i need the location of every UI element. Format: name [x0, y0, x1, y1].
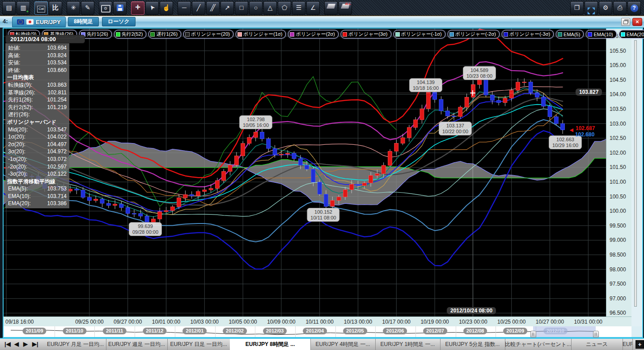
ray-line-button[interactable]: ↗	[220, 1, 234, 15]
pentagon-button[interactable]: ⬠	[278, 1, 291, 15]
chart-type-button[interactable]: ローソク	[102, 17, 136, 26]
timeline-month[interactable]: 2012/01	[183, 328, 207, 334]
legend-item[interactable]: ボリンジャー(1σ)	[236, 30, 286, 38]
chart-tab[interactable]: 比較チャート(パーセント...	[505, 339, 572, 350]
save-button[interactable]	[113, 1, 127, 15]
legend-item[interactable]: EMA(10)	[586, 30, 616, 38]
timeline-month[interactable]: 2012/03	[263, 328, 287, 334]
horizontal-line-button[interactable]: ─	[178, 1, 191, 15]
pair-tab[interactable]: EUR/JPY	[12, 17, 66, 27]
fibonacci-icon: ☰	[296, 4, 302, 11]
timeline-navigator[interactable]: 2011/092011/102011/112011/122012/012012/…	[4, 326, 631, 337]
cursor-button[interactable]: ➤	[145, 1, 159, 15]
timeline-month[interactable]: 2012/04	[303, 328, 327, 334]
legend-color-chip	[395, 32, 400, 37]
trend-line-button[interactable]: ╱	[192, 1, 205, 15]
chart-tab[interactable]: EUR/JPY 1時間足 一...	[375, 339, 441, 350]
chart-tab[interactable]: ニュース	[571, 339, 623, 350]
chart-tab[interactable]: EUR/JPY 5分足 指数...	[440, 339, 505, 350]
add-chart-button[interactable]: ▥+	[17, 1, 30, 15]
legend-item[interactable]: ボリンジャー(-1σ)	[394, 30, 445, 38]
hand-button[interactable]: ☝	[160, 1, 173, 15]
legend-color-chip	[558, 32, 562, 37]
panel-row-label: 転換線(9):	[8, 81, 32, 89]
timeframe-button[interactable]: 8時間足	[68, 17, 99, 26]
chart-tab[interactable]: EUR/JPY 4時間足 一...	[310, 339, 376, 350]
time-tick-label: 10/27 00:00	[536, 319, 564, 325]
printer-button[interactable]: ⎙	[613, 1, 627, 15]
timeline-month[interactable]: 2012/09	[503, 328, 527, 334]
legend-item[interactable]: 遅行1(26)	[148, 30, 181, 38]
triangle-button[interactable]: △	[263, 1, 277, 15]
timeline-month[interactable]: 2011/10	[63, 328, 86, 334]
vertical-scrollbar[interactable]	[634, 40, 637, 307]
pencil-button[interactable]: ✎	[81, 1, 94, 15]
chart-tab[interactable]: EUR	[623, 339, 633, 350]
timeline-month[interactable]: 2012/06	[383, 328, 407, 334]
price-tick-label: 98.500	[610, 252, 626, 258]
eraser-all-button[interactable]: ALL	[339, 1, 352, 15]
legend-item[interactable]: 先行2(52)	[114, 30, 147, 38]
crosshair-price-label: 103.827	[576, 89, 602, 96]
legend-item[interactable]: ボリンジャー(20)	[183, 30, 233, 38]
technical-points-button[interactable]: ✳	[67, 1, 80, 15]
price-tick-label: 97.500	[610, 281, 626, 287]
legend-item[interactable]: EMA(20)	[619, 30, 644, 38]
timeline-selection[interactable]	[533, 326, 596, 337]
timeline-month[interactable]: 2012/02	[223, 328, 247, 334]
legend-label: ボリンジャー(20)	[191, 31, 230, 38]
restore-window-icon[interactable]	[621, 18, 630, 26]
chart-tab[interactable]: EUR/JPY 週足 一目均...	[106, 339, 168, 350]
timeline-month[interactable]: 2011/09	[22, 328, 46, 334]
monitor-settings-button[interactable]: ⚙	[99, 1, 112, 15]
price-tick-label: 97.000	[610, 295, 626, 302]
technical-points-icon: ✳	[71, 4, 76, 11]
timeline-month[interactable]: 2011/12	[143, 328, 166, 334]
chart-list-button[interactable]: ▤	[2, 1, 16, 15]
panel-row: 2σ(20):104.497	[5, 141, 69, 148]
rectangle-button[interactable]: □	[235, 1, 248, 15]
ellipse-button[interactable]: ○	[249, 1, 263, 15]
legend-label: EMA(5)	[564, 32, 580, 37]
price-tick-label: 102.50	[610, 135, 626, 141]
step-forward-icon[interactable]: ▶	[23, 341, 28, 347]
add-tab-button[interactable]: +	[636, 340, 644, 349]
expand-button[interactable]: ◤◥◣◢	[585, 1, 598, 15]
legend-item[interactable]: ボリンジャー(2σ)	[288, 30, 339, 38]
legend-item[interactable]: ボリンジャー(3σ)	[341, 30, 391, 38]
panel-row-label: EMA(20):	[8, 200, 31, 207]
chart-tab[interactable]: EUR/JPY 日足 一目均...	[167, 339, 230, 350]
close-window-button[interactable]: ×	[632, 18, 642, 26]
chart-tab[interactable]: EUR/JPY 月足 一目均...	[45, 339, 106, 350]
timeline-month[interactable]: 2012/08	[463, 328, 487, 334]
step-back-icon[interactable]: ◀	[14, 341, 19, 347]
timeline-month[interactable]: 2012/07	[423, 328, 447, 334]
panel-row-value: 104.972	[47, 148, 67, 156]
panel-row-value: 103.534	[47, 59, 67, 67]
help-button[interactable]: ?	[627, 1, 641, 15]
legend-item[interactable]: ボリンジャー(-2σ)	[448, 30, 500, 38]
fan-lines-button[interactable]: ∠	[306, 1, 320, 15]
parallel-lines-button[interactable]: ╱╱	[206, 1, 220, 15]
fibonacci-button[interactable]: ☰	[292, 1, 305, 15]
skip-last-icon[interactable]: ▶|	[32, 341, 38, 347]
ellipse-icon: ○	[254, 4, 258, 11]
chart-tab-active[interactable]: EUR/JPY 8時間足 ...	[230, 339, 311, 350]
timeline-handle-right[interactable]	[593, 331, 599, 337]
windows-button[interactable]: ❐	[570, 1, 584, 15]
skip-first-icon[interactable]: |◀	[4, 341, 11, 347]
chart-scroll-column	[631, 29, 642, 326]
legend-item[interactable]: EMA(5)	[556, 30, 584, 38]
panel-row-value: 103.824	[47, 52, 67, 59]
timeline-month[interactable]: 2012/05	[343, 328, 367, 334]
calendar-button[interactable]: Cal	[34, 1, 48, 15]
crosshair-button[interactable]: +	[131, 1, 144, 15]
compare-button[interactable]: 比	[49, 1, 62, 15]
eraser-button[interactable]	[324, 1, 338, 15]
timeline-month[interactable]: 2011/11	[103, 328, 127, 334]
gear-button[interactable]: ⚙	[599, 1, 612, 15]
legend-item[interactable]: ボリンジャー(-3σ)	[502, 30, 554, 38]
fan-lines-icon: ∠	[310, 4, 316, 11]
timeline-handle-left[interactable]	[530, 331, 536, 337]
price-chart[interactable]	[4, 29, 606, 316]
